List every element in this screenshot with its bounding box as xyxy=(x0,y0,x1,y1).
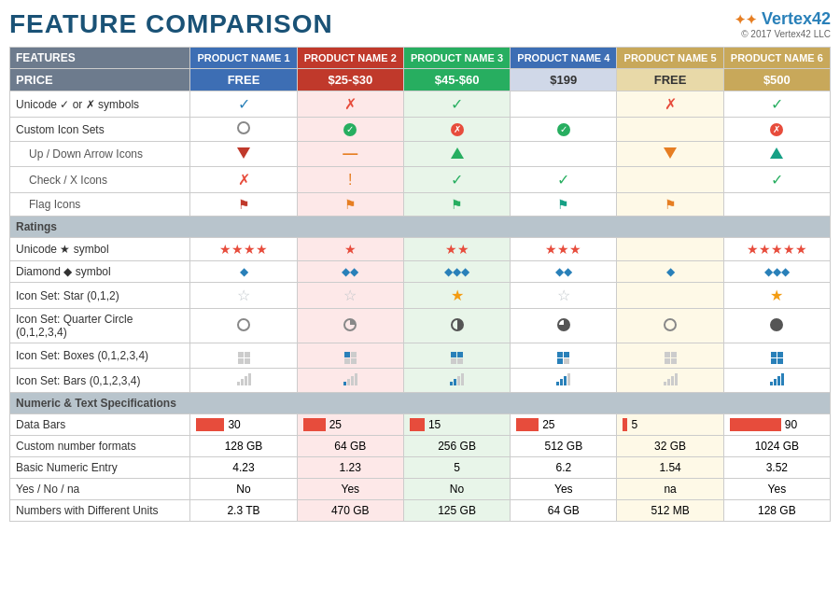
quarter-circle-empty-icon xyxy=(664,318,677,331)
istar-p5 xyxy=(617,283,723,309)
databars-label: Data Bars xyxy=(10,414,190,436)
flag-icon: ⚑ xyxy=(238,197,250,212)
diamond-icon: ◆ xyxy=(666,265,675,278)
boxes-label: Icon Set: Boxes (0,1,2,3,4) xyxy=(10,343,190,369)
boxes-p5 xyxy=(617,343,723,369)
basicnum-p5: 1.54 xyxy=(617,457,723,479)
col-p4-header: PRODUCT NAME 4 xyxy=(511,48,617,69)
checkmark-icon: ✓ xyxy=(451,96,463,112)
ustar-p1: ★★★★ xyxy=(190,238,297,261)
numformats-p4: 512 GB xyxy=(511,436,617,457)
check-green-icon: ✓ xyxy=(771,172,783,188)
circle-empty-icon xyxy=(237,121,250,134)
flag-p6 xyxy=(723,193,830,217)
price-p2: $25-$30 xyxy=(297,69,403,91)
updown-p3 xyxy=(403,142,510,167)
qc-p1 xyxy=(190,309,297,343)
flag-p3: ⚑ xyxy=(403,193,510,217)
logo-area: ✦✦ Vertex42 © 2017 Vertex42 LLC xyxy=(735,9,831,39)
ratings-section-label: Ratings xyxy=(10,217,831,238)
cross-red-icon: ✗ xyxy=(238,172,250,188)
basicnum-row: Basic Numeric Entry 4.23 1.23 5 6.2 1.54… xyxy=(10,457,831,479)
bar-empty2-icon xyxy=(664,372,678,385)
quarter-circle-row: Icon Set: Quarter Circle (0,1,2,3,4) xyxy=(10,309,831,343)
circle-check-icon: ✓ xyxy=(343,123,357,136)
bars-p3 xyxy=(403,369,510,393)
databars-p3: 15 xyxy=(403,414,510,436)
updown-p1 xyxy=(190,142,297,167)
quarter-circle-empty-icon xyxy=(237,318,250,331)
bar-3-icon xyxy=(556,372,570,385)
checkx-p4: ✓ xyxy=(511,167,617,193)
basicnum-p2: 1.23 xyxy=(297,457,403,479)
flag-p1: ⚑ xyxy=(190,193,297,217)
basicnum-p3: 5 xyxy=(403,457,510,479)
istar-p6: ★ xyxy=(723,283,830,309)
price-p6: $500 xyxy=(723,69,830,91)
custom-iconsets-label: Custom Icon Sets xyxy=(10,118,190,142)
box-full-icon xyxy=(771,352,783,364)
price-row: PRICE FREE $25-$30 $45-$60 $199 FREE $50… xyxy=(10,69,831,91)
circle-check-icon: ✓ xyxy=(557,123,570,136)
basicnum-p4: 6.2 xyxy=(511,457,617,479)
qc-p4 xyxy=(511,309,617,343)
checkx-p1: ✗ xyxy=(190,167,297,193)
yesno-label: Yes / No / na xyxy=(10,479,190,500)
cross-icon: ✗ xyxy=(344,96,357,112)
unicode-star-label: Unicode ★ symbol xyxy=(10,238,190,261)
databars-p1: 30 xyxy=(190,414,297,436)
box-3-icon xyxy=(557,352,569,364)
basicnum-label: Basic Numeric Entry xyxy=(10,457,190,479)
updown-label: Up / Down Arrow Icons xyxy=(10,142,190,167)
diamond-label: Diamond ◆ symbol xyxy=(10,261,190,283)
diamond-icon: ◆◆◆ xyxy=(444,265,469,278)
flag-label: Flag Icons xyxy=(10,193,190,217)
updown-p5 xyxy=(617,142,723,167)
updown-p2: — xyxy=(297,142,403,167)
unicode-row: Unicode ✓ or ✗ symbols ✓ ✗ ✓ ✗ ✓ xyxy=(10,91,831,118)
logo-text: ✦✦ Vertex42 xyxy=(735,9,831,29)
yesno-row: Yes / No / na No Yes No Yes na Yes xyxy=(10,479,831,500)
yesno-p5: na xyxy=(617,479,723,500)
price-p3: $45-$60 xyxy=(403,69,510,91)
numformats-p1: 128 GB xyxy=(190,436,297,457)
box-1-icon xyxy=(344,352,357,364)
checkx-p5 xyxy=(617,167,723,193)
custom-iconsets-p6: ✗ xyxy=(723,118,830,142)
numunits-p3: 125 GB xyxy=(403,500,510,522)
star-outline-icon: ☆ xyxy=(557,287,570,303)
checkx-row: Check / X Icons ✗ ! ✓ ✓ ✓ xyxy=(10,167,831,193)
unicode-star-row: Unicode ★ symbol ★★★★ ★ ★★ ★★★ ★★★★★ xyxy=(10,238,831,261)
istar-p2: ☆ xyxy=(297,283,403,309)
unicode-p2: ✗ xyxy=(297,91,403,118)
custom-iconsets-p2: ✓ xyxy=(297,118,403,142)
page-title: FEATURE COMPARISON xyxy=(9,9,333,39)
triangle-down-icon xyxy=(237,147,250,159)
bars-p4 xyxy=(511,369,617,393)
numunits-label: Numbers with Different Units xyxy=(10,500,190,522)
yesno-p6: Yes xyxy=(723,479,830,500)
istar-p4: ☆ xyxy=(511,283,617,309)
price-p4: $199 xyxy=(511,69,617,91)
star-outline-icon: ☆ xyxy=(237,287,250,303)
price-p5: FREE xyxy=(617,69,723,91)
box-empty-icon xyxy=(238,352,250,364)
data-bar-p2 xyxy=(303,418,326,431)
numeric-section-label: Numeric & Text Specifications xyxy=(10,393,831,414)
flag-icon: ⚑ xyxy=(344,197,357,212)
data-bar-p5 xyxy=(623,418,627,431)
databars-p2: 25 xyxy=(297,414,403,436)
box-empty2-icon xyxy=(665,352,677,364)
custom-iconsets-p1 xyxy=(190,118,297,142)
bars-p5 xyxy=(617,369,723,393)
databars-p4: 25 xyxy=(511,414,617,436)
yesno-p3: No xyxy=(403,479,510,500)
databar-val-p2: 25 xyxy=(329,418,342,431)
databar-val-p3: 15 xyxy=(428,418,441,431)
databars-row: Data Bars 30 25 15 xyxy=(10,414,831,436)
checkx-p3: ✓ xyxy=(403,167,510,193)
updown-row: Up / Down Arrow Icons — xyxy=(10,142,831,167)
checkmark-icon: ✓ xyxy=(771,96,783,112)
data-bar-p3 xyxy=(410,418,425,431)
star-icon: ★★★★ xyxy=(219,242,268,257)
